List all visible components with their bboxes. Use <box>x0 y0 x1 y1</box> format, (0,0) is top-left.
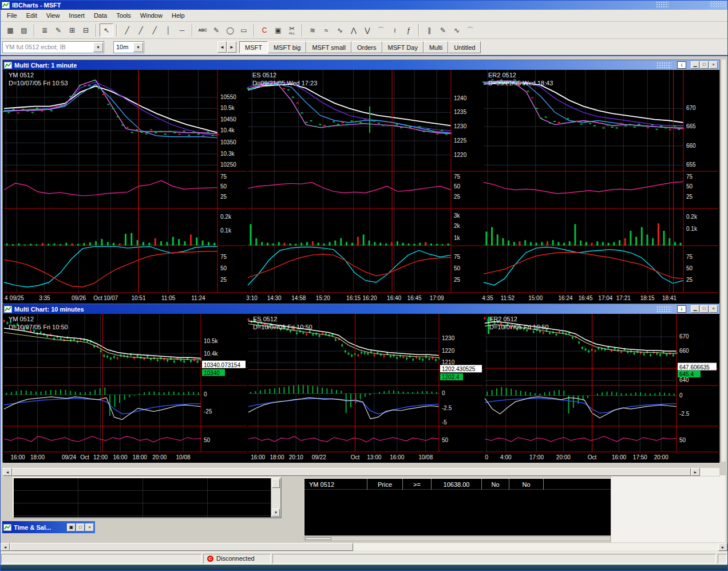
alerts-horizontal-scrollbar[interactable] <box>304 536 611 541</box>
scroll-left-icon[interactable]: ◄ <box>3 468 12 476</box>
tab-msft-small[interactable]: MSFT small <box>306 41 351 53</box>
chart-body-10min[interactable]: 10340.0731541034010.5k10.4k0-2550YM 0512… <box>3 314 719 463</box>
horizontal-line-icon[interactable]: ─ <box>175 23 189 37</box>
restore-button[interactable]: □ <box>700 305 709 313</box>
alert-cell[interactable]: YM 0512 <box>304 479 367 490</box>
mini-chart-vertical-scrollbar[interactable]: ▼ <box>271 478 280 517</box>
copy-chart-icon[interactable]: ⊞ <box>65 23 79 37</box>
scroll-down-icon[interactable]: ▼ <box>272 509 280 517</box>
tab-scroll-right-button[interactable]: ► <box>227 41 236 53</box>
swing-tool-icon[interactable]: ≀ <box>388 23 402 37</box>
menu-data[interactable]: Data <box>89 10 112 21</box>
minimize-button[interactable]: ▁ <box>691 61 699 69</box>
symbol-combo[interactable]: YM fut 0512 ecbot; IB ▼ <box>2 41 104 53</box>
trend-line-icon[interactable]: ╱ <box>120 23 134 37</box>
impulse-tool-icon[interactable]: ∿ <box>333 23 347 37</box>
scroll-right-icon[interactable]: ► <box>691 468 700 476</box>
tab-orders[interactable]: Orders <box>351 41 382 53</box>
data-table-icon[interactable]: ≣ <box>38 23 52 37</box>
copy-pages-icon[interactable]: ▣ <box>271 23 285 37</box>
hatch-tool-icon[interactable]: ∥ <box>422 23 436 37</box>
fib-tool-icon[interactable]: ƒ <box>402 23 416 37</box>
minimize-button[interactable]: ▁ <box>691 305 699 313</box>
menu-insert[interactable]: Insert <box>64 10 89 21</box>
tab-msft[interactable]: MSFT <box>239 41 268 53</box>
chevron-down-icon[interactable]: ▼ <box>133 42 143 52</box>
chart-window-icon[interactable]: ▤ <box>17 23 31 37</box>
chart-grid-icon[interactable]: ▦ <box>3 23 17 37</box>
chevron-down-icon[interactable]: ▼ <box>93 42 103 52</box>
menu-tools[interactable]: Tools <box>112 10 136 21</box>
menu-edit[interactable]: Edit <box>22 10 42 21</box>
segment-line-icon[interactable]: ╱ <box>148 23 161 37</box>
chart-body-1min[interactable]: 1055010.5k1045010.4k1035010.3k1025075502… <box>3 70 719 304</box>
interval-combo[interactable]: 10m ▼ <box>113 41 144 53</box>
rectangle-tool-icon[interactable]: ▭ <box>237 23 251 37</box>
text-tool-icon[interactable]: ABC <box>196 23 209 37</box>
chart-canvas-1min[interactable]: 1055010.5k1045010.4k1035010.3k1025075502… <box>3 70 719 302</box>
delete-all-icon[interactable]: ✂ALL <box>285 23 299 37</box>
ellipse-tool-icon[interactable]: ◯ <box>223 23 237 37</box>
channel-up-tool-icon[interactable]: ⋀ <box>347 23 361 37</box>
svg-text:18:00: 18:00 <box>30 454 45 460</box>
info-button[interactable]: i <box>677 305 686 313</box>
tab-msft-day[interactable]: MSFT Day <box>382 41 424 53</box>
alert-cell[interactable]: No <box>509 479 544 490</box>
ray-line-icon[interactable]: ╱ <box>134 23 148 37</box>
window-titlebar[interactable]: Multi Chart: 10 minutes i ▁ □ × <box>3 304 719 314</box>
c-tool-icon[interactable]: C <box>258 23 271 37</box>
svg-text:25: 25 <box>686 277 693 283</box>
alert-cell[interactable]: Price <box>367 479 403 490</box>
arc-tool-icon[interactable]: ⌒ <box>374 23 388 37</box>
close-button[interactable]: × <box>709 305 718 313</box>
tab-msft-big[interactable]: MSFT big <box>268 41 306 53</box>
edit-pencil-icon[interactable]: ✎ <box>52 23 65 37</box>
tab-multi[interactable]: Multi <box>424 41 448 53</box>
scroll-right-icon[interactable]: ► <box>718 543 727 551</box>
scrollbar-thumb[interactable] <box>272 479 280 488</box>
restore-button[interactable]: □ <box>700 61 709 69</box>
menu-help[interactable]: Help <box>167 10 189 21</box>
wave-tool-icon[interactable]: ≈ <box>319 23 333 37</box>
alert-cell[interactable]: 10638.00 <box>432 479 482 490</box>
close-button[interactable]: × <box>85 523 94 531</box>
channel-down-tool-icon[interactable]: ⋁ <box>361 23 374 37</box>
scrollbar-thumb[interactable] <box>10 543 353 551</box>
tab-scroll-left-button[interactable]: ◄ <box>217 41 227 53</box>
vertical-line-icon[interactable]: │ <box>161 23 175 37</box>
status-bar: C Disconnected <box>0 552 728 565</box>
scroll-left-icon[interactable]: ◄ <box>1 543 10 551</box>
maximize-button[interactable]: □ <box>76 523 85 531</box>
annotate-pencil-icon[interactable]: ✎ <box>436 23 450 37</box>
layout-icon[interactable]: ⊟ <box>79 23 93 37</box>
app-titlebar[interactable]: IBCharts - MSFT <box>0 0 728 10</box>
app-horizontal-scrollbar[interactable]: ◄ ► <box>0 542 728 552</box>
svg-text:50: 50 <box>454 265 461 271</box>
info-button[interactable]: i <box>677 61 686 69</box>
scrollbar-thumb[interactable] <box>12 468 691 476</box>
svg-text:15:00: 15:00 <box>528 295 543 301</box>
tab-untitled[interactable]: Untitled <box>448 41 481 53</box>
mdi-horizontal-scrollbar[interactable]: ◄ ► <box>2 467 720 477</box>
alert-cell[interactable]: >= <box>403 479 432 490</box>
window-titlebar[interactable]: Multi Chart: 1 minute i ▁ □ × <box>3 60 719 70</box>
menu-view[interactable]: View <box>42 10 65 21</box>
mini-chart-plot[interactable] <box>14 478 271 517</box>
draw-pencil-icon[interactable]: ✎ <box>209 23 223 37</box>
select-tool-icon[interactable]: ↖ <box>100 23 113 37</box>
chart-canvas-10min[interactable]: 10340.0731541034010.5k10.4k0-2550YM 0512… <box>3 314 719 462</box>
restore-button[interactable]: ▣ <box>67 523 76 531</box>
menu-window[interactable]: Window <box>136 10 167 21</box>
scrollbar-thumb[interactable] <box>305 537 331 540</box>
mdi-vertical-scrollbar[interactable] <box>721 60 726 462</box>
cycle-tool-icon[interactable]: ⌒ <box>464 23 477 37</box>
close-button[interactable]: × <box>709 61 718 69</box>
script-tool-icon[interactable]: ∿ <box>450 23 464 37</box>
zigzag-tool-icon[interactable]: ≋ <box>306 23 319 37</box>
time-sales-titlebar[interactable]: Time & Sal... ▣ □ × <box>2 521 95 533</box>
time-sales-mini-chart[interactable]: ▼ <box>13 477 282 518</box>
alert-cell[interactable]: No <box>482 479 509 490</box>
svg-text:Oct: Oct <box>93 295 102 301</box>
svg-text:670: 670 <box>686 105 696 111</box>
menu-file[interactable]: File <box>2 10 22 21</box>
